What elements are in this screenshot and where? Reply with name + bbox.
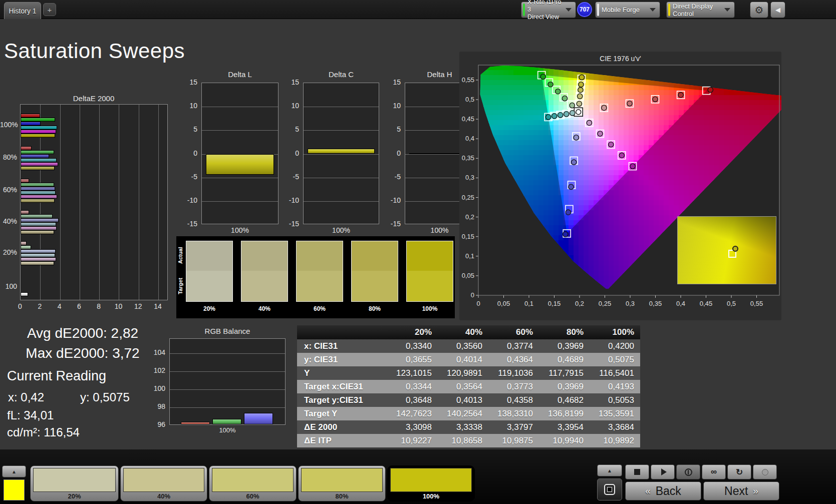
deltae-bar <box>21 158 57 162</box>
deltae-x-tick-label: 6 <box>72 302 86 310</box>
deltae-y-tick-label: 40% <box>0 217 17 225</box>
add-tab-button[interactable]: + <box>43 3 56 16</box>
source-label: Mobile Forge <box>602 6 640 14</box>
actual-row-label: Actual <box>177 241 184 269</box>
up-arrow-icon: ▲ <box>607 468 612 473</box>
svg-text:0,4: 0,4 <box>676 300 685 307</box>
delta-y-tick-label: 15 <box>184 78 197 86</box>
deltae2000-chart-title: DeltaE 2000 <box>19 94 169 103</box>
level-label: 60% <box>209 492 296 500</box>
svg-text:0,35: 0,35 <box>649 300 662 307</box>
level-button-100%[interactable]: 100% <box>387 465 475 501</box>
deltae-bar <box>21 134 55 138</box>
table-header-cell: 40% <box>438 325 488 339</box>
collapse-panel-button[interactable]: ◀ <box>770 2 785 18</box>
table-cell: 10,9940 <box>539 434 590 447</box>
table-row: Y123,1015120,9891119,1036117,7915116,540… <box>297 366 640 380</box>
refresh-icon: ↻ <box>736 467 743 477</box>
deltae-bar <box>21 210 29 214</box>
expand-left-panel-button[interactable]: ▲ <box>2 465 26 477</box>
table-cell: 0,3655 <box>387 353 438 366</box>
back-button[interactable]: « Back <box>625 481 701 500</box>
record-button[interactable] <box>753 464 777 479</box>
delta-gridline <box>304 201 379 202</box>
table-cell: 0,4013 <box>438 393 488 407</box>
repeat-button[interactable]: ↻ <box>727 464 751 479</box>
level-button-40%[interactable]: 40% <box>120 465 207 501</box>
source-dropdown[interactable]: Mobile Forge <box>595 2 660 18</box>
meter-dropdown[interactable]: X-Rite i1Pro 3 Direct View <box>521 2 576 18</box>
chevron-down-icon <box>650 8 656 15</box>
deltae-bar <box>21 226 57 230</box>
deltae-gridline <box>158 105 159 300</box>
up-arrow-icon: ▲ <box>12 469 17 474</box>
rgb-bar-red <box>181 422 210 424</box>
deltae-x-tick-label: 12 <box>131 302 145 310</box>
actual-swatch <box>352 241 398 271</box>
gear-icon: ⚙ <box>755 4 764 16</box>
deltae-x-tick-label: 2 <box>33 302 47 310</box>
display-control-dropdown[interactable]: Direct Display Control <box>666 2 735 18</box>
svg-text:0,2: 0,2 <box>575 300 584 307</box>
bottom-bar: ▲ 20%40%60%80%100% ▲ ∞ ↻ « Back Next » <box>0 449 836 504</box>
table-header-cell: 100% <box>590 325 640 339</box>
swatch-level-label: 40% <box>241 305 288 312</box>
table-cell: 123,1015 <box>387 366 438 380</box>
deltae-bar <box>21 179 29 183</box>
cie-zoom-inset[interactable] <box>677 216 776 284</box>
delta-y-tick-label: 0 <box>388 149 401 157</box>
svg-text:0,15: 0,15 <box>462 233 474 240</box>
patch-window-button[interactable] <box>597 478 622 500</box>
rgb-y-tick-label: 96 <box>151 420 165 428</box>
table-row: ΔE 20003,30983,33383,37973,39543,3684 <box>297 420 640 434</box>
table-cell: 0,3560 <box>438 339 488 353</box>
delta-l-x-label: 100% <box>201 226 278 234</box>
continuous-measure-button[interactable]: ∞ <box>702 464 726 479</box>
svg-text:0,05: 0,05 <box>462 272 474 279</box>
deltae-bar <box>21 195 57 199</box>
delta-y-tick-label: 15 <box>388 78 401 86</box>
back-chevron-icon: « <box>645 485 651 496</box>
table-cell: 0,4682 <box>539 393 590 407</box>
actual-swatch <box>297 241 343 271</box>
single-measure-button[interactable] <box>676 464 700 479</box>
actual-target-swatch-strip: Actual Target 20%40%60%80%100% <box>176 236 455 318</box>
level-button-80%[interactable]: 80% <box>298 465 386 501</box>
svg-text:0,5: 0,5 <box>465 96 474 103</box>
level-button-60%[interactable]: 60% <box>209 465 297 501</box>
meter-count-badge[interactable]: 707 <box>577 2 592 17</box>
settings-button[interactable]: ⚙ <box>750 2 768 18</box>
deltae-y-tick-label: 100% <box>0 121 17 129</box>
rgb-bar-green <box>212 419 241 424</box>
swatch-pair <box>186 241 233 302</box>
delta-y-tick-label: 5 <box>388 125 401 133</box>
table-row: Target x:CIE310,33440,35640,37730,39690,… <box>297 380 640 393</box>
stop-button[interactable] <box>625 464 649 479</box>
chevron-down-icon <box>566 8 572 15</box>
delta-value-bar <box>206 154 274 175</box>
circle-icon <box>762 469 768 475</box>
actual-swatch <box>407 241 453 271</box>
expand-right-panel-button[interactable]: ▲ <box>597 464 622 476</box>
tab-history-1[interactable]: History 1 <box>4 2 41 19</box>
play-button[interactable] <box>651 464 675 479</box>
table-cell: 3,3338 <box>438 420 488 434</box>
deltae-bar <box>21 166 55 170</box>
delta-gridline <box>304 130 379 131</box>
target-swatch <box>352 271 398 301</box>
swatch-level-label: 100% <box>406 305 453 312</box>
svg-text:0,15: 0,15 <box>548 300 561 307</box>
next-button[interactable]: Next » <box>703 481 779 500</box>
level-button-20%[interactable]: 20% <box>30 465 119 501</box>
table-cell: 0,3969 <box>539 339 590 353</box>
delta-y-tick-label: 10 <box>388 102 401 110</box>
svg-text:0,45: 0,45 <box>462 115 474 123</box>
rgb-balance-y-axis: 1041021009896 <box>151 338 167 425</box>
table-cell: 0,4014 <box>438 353 488 366</box>
delta-c-chart <box>303 83 379 224</box>
deltae-x-tick-label: 8 <box>92 302 106 310</box>
deltae-bar <box>21 230 54 234</box>
delta-value-bar <box>308 149 375 154</box>
deltae-y-tick-label: 20% <box>0 248 17 256</box>
display-status-stripe <box>668 4 670 16</box>
